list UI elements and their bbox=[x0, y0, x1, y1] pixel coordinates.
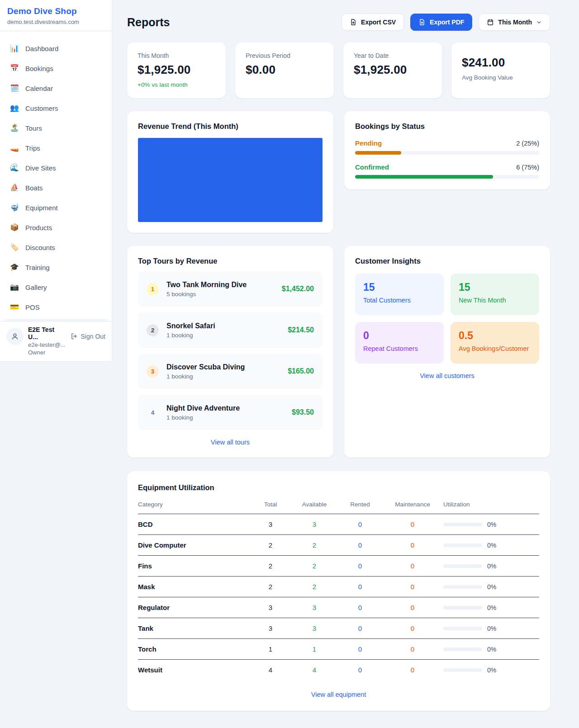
sign-out-button[interactable]: Sign Out bbox=[71, 332, 105, 340]
utilization-percent: 0% bbox=[487, 583, 496, 591]
sidebar-item[interactable]: ⛵ Boats bbox=[4, 180, 108, 196]
sidebar-item[interactable]: 📦 Products bbox=[4, 219, 108, 236]
utilization-track bbox=[443, 523, 482, 526]
equipment-maintenance: 0 bbox=[382, 624, 443, 632]
sidebar-item-icon: 🏷️ bbox=[10, 244, 19, 251]
avatar bbox=[6, 328, 24, 345]
sidebar-item[interactable]: 🏷️ Discounts bbox=[4, 239, 108, 255]
equipment-maintenance: 0 bbox=[382, 645, 443, 653]
export-csv-label: Export CSV bbox=[361, 19, 396, 26]
equipment-row: Tank 3 3 0 0 0% bbox=[138, 618, 539, 639]
tour-name: Snorkel Safari bbox=[166, 322, 215, 330]
user-info: E2E Test U... e2e-tester@... Owner bbox=[28, 326, 66, 356]
sign-out-label: Sign Out bbox=[81, 333, 105, 340]
status-label: Confirmed bbox=[355, 163, 389, 171]
top-tours-title: Top Tours by Revenue bbox=[138, 257, 323, 265]
tour-rank-badge: 1 bbox=[147, 283, 159, 295]
insight-label: Avg Bookings/Customer bbox=[459, 345, 531, 352]
utilization-percent: 0% bbox=[487, 542, 496, 549]
equipment-available: 1 bbox=[290, 645, 338, 653]
insight-label: New This Month bbox=[459, 297, 531, 304]
sidebar-item-label: Customers bbox=[25, 104, 58, 112]
export-pdf-button[interactable]: Export PDF bbox=[410, 14, 472, 31]
view-all-customers-link[interactable]: View all customers bbox=[355, 372, 539, 379]
shop-name: Demo Dive Shop bbox=[7, 6, 104, 16]
export-csv-button[interactable]: Export CSV bbox=[342, 14, 404, 31]
col-available: Available bbox=[290, 501, 338, 508]
stat-value: $1,925.00 bbox=[354, 63, 432, 77]
bookings-by-status-card: Bookings by Status Pending 2 (25%) Confi… bbox=[344, 111, 550, 189]
tour-revenue: $165.00 bbox=[288, 367, 314, 375]
sidebar-item[interactable]: 🤿 Equipment bbox=[4, 199, 108, 216]
view-all-tours-link[interactable]: View all tours bbox=[211, 439, 250, 446]
status-progress-track bbox=[355, 175, 539, 179]
stat-card: Year to Date $1,925.00 bbox=[343, 43, 442, 98]
sidebar-item[interactable]: 🌊 Dive Sites bbox=[4, 160, 108, 176]
insight-value: 0.5 bbox=[459, 330, 531, 342]
equipment-available: 3 bbox=[290, 520, 338, 528]
utilization-percent: 0% bbox=[487, 646, 496, 653]
sidebar-item[interactable]: 📊 Dashboard bbox=[4, 40, 108, 57]
utilization-track bbox=[443, 668, 482, 672]
equipment-rented: 0 bbox=[338, 645, 382, 653]
chevron-down-icon bbox=[536, 19, 542, 25]
sidebar-item-icon: 🚤 bbox=[10, 144, 19, 151]
equipment-maintenance: 0 bbox=[382, 604, 443, 611]
sidebar-header: Demo Dive Shop demo.test.divestreams.com bbox=[0, 0, 112, 31]
sidebar-item[interactable]: 🗓️ Calendar bbox=[4, 80, 108, 96]
tour-rank-badge: 2 bbox=[147, 324, 159, 336]
sidebar-item[interactable]: 🎓 Training bbox=[4, 259, 108, 275]
stat-subtext: +0% vs last month bbox=[138, 81, 215, 88]
tour-revenue: $93.50 bbox=[292, 408, 314, 416]
equipment-category: Fins bbox=[138, 562, 251, 570]
page-title: Reports bbox=[127, 16, 170, 29]
equipment-total: 2 bbox=[251, 583, 290, 591]
main-content: Reports Export CSV Export PDF This Month bbox=[112, 0, 579, 711]
tour-bookings: 1 booking bbox=[166, 414, 240, 421]
utilization-percent: 0% bbox=[487, 667, 496, 674]
status-progress-fill bbox=[355, 151, 401, 155]
insight-tiles: 15 Total Customers 15 New This Month 0 R… bbox=[355, 274, 539, 364]
sidebar-user-footer: E2E Test U... e2e-tester@... Owner Sign … bbox=[0, 321, 112, 361]
insight-label: Total Customers bbox=[363, 297, 436, 304]
tour-name: Discover Scuba Diving bbox=[166, 363, 245, 371]
sidebar-item-label: Products bbox=[25, 224, 52, 232]
tour-name: Night Dive Adventure bbox=[166, 404, 240, 412]
equipment-maintenance: 0 bbox=[382, 520, 443, 528]
sidebar-item[interactable]: 🚤 Trips bbox=[4, 140, 108, 156]
sidebar-item[interactable]: 🏝️ Tours bbox=[4, 120, 108, 136]
equipment-rented: 0 bbox=[338, 562, 382, 570]
equipment-utilization-cell: 0% bbox=[443, 521, 539, 528]
equipment-category: Wetsuit bbox=[138, 666, 251, 674]
sidebar-item-icon: 📦 bbox=[10, 224, 19, 231]
equipment-total: 2 bbox=[251, 562, 290, 570]
sidebar-item[interactable]: 📷 Gallery bbox=[4, 279, 108, 295]
sidebar-item[interactable]: 📅 Bookings bbox=[4, 60, 108, 76]
equipment-available: 4 bbox=[290, 666, 338, 674]
status-count: 6 (75%) bbox=[516, 164, 539, 171]
equipment-row: Regulator 3 3 0 0 0% bbox=[138, 597, 539, 618]
equipment-available: 2 bbox=[290, 541, 338, 549]
sidebar-item-icon: 📅 bbox=[10, 65, 19, 72]
period-label: This Month bbox=[498, 19, 532, 26]
insight-tile: 0 Repeat Customers bbox=[355, 322, 444, 364]
sidebar-item[interactable]: 👥 Customers bbox=[4, 100, 108, 116]
user-email: e2e-tester@... bbox=[28, 341, 66, 348]
utilization-track bbox=[443, 627, 482, 630]
user-name: E2E Test U... bbox=[28, 326, 66, 340]
equipment-rented: 0 bbox=[338, 666, 382, 674]
page-header: Reports Export CSV Export PDF This Month bbox=[127, 14, 550, 31]
tour-row: 3 Discover Scuba Diving 1 booking $165.0… bbox=[138, 354, 323, 389]
file-download-icon bbox=[418, 19, 426, 26]
equipment-row: Dive Computer 2 2 0 0 0% bbox=[138, 535, 539, 556]
sidebar-item-label: Discounts bbox=[25, 244, 55, 251]
sidebar-item[interactable]: 💳 POS bbox=[4, 299, 108, 315]
export-pdf-label: Export PDF bbox=[430, 19, 464, 26]
sidebar-item-icon: 📊 bbox=[10, 45, 19, 52]
view-all-equipment-link[interactable]: View all equipment bbox=[138, 691, 539, 698]
stat-label: This Month bbox=[138, 52, 215, 59]
tour-row: 4 Night Dive Adventure 1 booking $93.50 bbox=[138, 395, 323, 430]
period-dropdown[interactable]: This Month bbox=[479, 14, 550, 31]
equipment-category: Dive Computer bbox=[138, 541, 251, 549]
equipment-maintenance: 0 bbox=[382, 666, 443, 674]
